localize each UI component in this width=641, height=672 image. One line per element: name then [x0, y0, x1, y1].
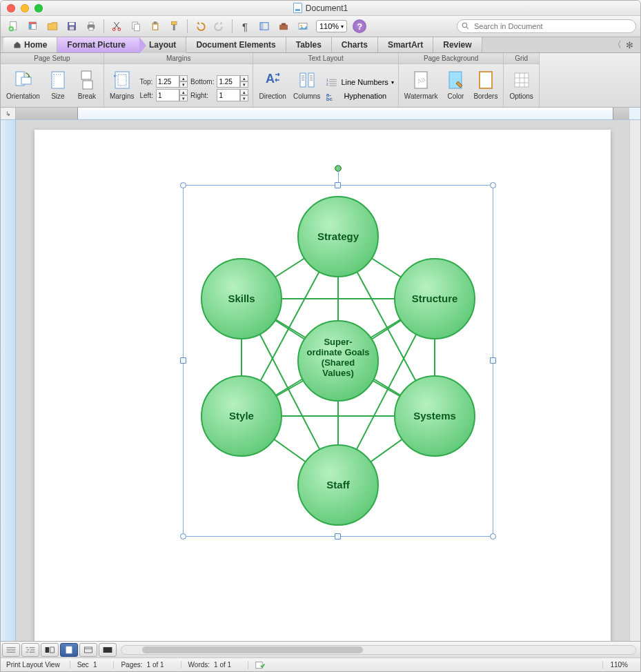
print-button[interactable]: [82, 18, 100, 34]
horizontal-scrollbar[interactable]: [121, 645, 636, 655]
svg-rect-31: [83, 81, 92, 89]
svg-text:Strategy: Strategy: [317, 230, 359, 242]
save-button[interactable]: [63, 18, 81, 34]
titlebar: Document1: [1, 1, 640, 16]
ribbon-tabs: Home Format Picture Layout Document Elem…: [1, 37, 640, 53]
break-button[interactable]: Break: [75, 68, 99, 101]
group-grid: Grid Options: [504, 53, 539, 107]
margin-top-input[interactable]: [156, 75, 179, 88]
publishing-view-button[interactable]: [41, 643, 59, 657]
outline-view-button[interactable]: [21, 643, 39, 657]
zoom-window-button[interactable]: [34, 4, 43, 12]
tab-smartart[interactable]: SmartArt: [378, 37, 433, 52]
status-bar: Print Layout View Sec1 Pages:1 of 1 Word…: [1, 658, 640, 671]
svg-rect-7: [70, 27, 74, 30]
ribbon-options-icon[interactable]: ✻: [626, 40, 633, 50]
svg-text:(Shared: (Shared: [322, 357, 355, 368]
direction-button[interactable]: ADirection: [257, 68, 287, 101]
orientation-button[interactable]: Orientation: [5, 68, 41, 101]
tab-tables[interactable]: Tables: [286, 37, 332, 52]
svg-rect-85: [66, 646, 72, 653]
margin-left-input[interactable]: [156, 89, 179, 101]
group-page-setup: Page Setup Orientation Size Break: [1, 53, 104, 107]
watermark-button[interactable]: AaWatermark: [403, 68, 440, 101]
seven-s-diagram: Strategy Structure Systems Staff Style S…: [183, 185, 493, 537]
svg-rect-18: [172, 21, 177, 25]
svg-rect-44: [480, 72, 492, 88]
grid-options-button[interactable]: Options: [508, 68, 534, 101]
group-page-background: Page Background AaWatermark Color Border…: [399, 53, 504, 107]
zoom-status[interactable]: 110%: [602, 661, 635, 669]
svg-rect-10: [89, 28, 93, 31]
search-input[interactable]: [457, 19, 636, 33]
ruler-corner[interactable]: ↳: [1, 108, 16, 120]
svg-rect-19: [173, 25, 175, 30]
size-button[interactable]: Size: [46, 68, 70, 101]
tab-document-elements[interactable]: Document Elements: [186, 37, 286, 52]
view-toolbar: [1, 641, 640, 658]
media-browser-button[interactable]: [294, 18, 312, 34]
format-painter-button[interactable]: [166, 18, 184, 34]
margin-bottom-input[interactable]: [217, 75, 240, 88]
undo-button[interactable]: [191, 18, 209, 34]
tab-review[interactable]: Review: [433, 37, 482, 52]
hyphenation-button[interactable]: a-bcHyphenation: [326, 90, 386, 101]
toolbox-button[interactable]: [275, 18, 293, 34]
show-formatting-button[interactable]: ¶: [236, 18, 254, 34]
help-button[interactable]: ?: [353, 19, 366, 33]
margin-right-input[interactable]: [217, 89, 240, 101]
new-doc-button[interactable]: [5, 18, 23, 34]
new-from-template-button[interactable]: [24, 18, 42, 34]
collapse-ribbon-button[interactable]: 〈: [613, 39, 622, 51]
svg-rect-17: [153, 25, 157, 30]
vertical-ruler[interactable]: [1, 120, 16, 641]
redo-button[interactable]: [210, 18, 228, 34]
tab-layout[interactable]: Layout: [139, 37, 186, 53]
draft-view-button[interactable]: [2, 643, 20, 657]
vertical-scrollbar[interactable]: [629, 120, 640, 641]
minimize-window-button[interactable]: [21, 4, 29, 12]
spellcheck-button[interactable]: [248, 661, 272, 669]
line-numbers-button[interactable]: 12Line Numbers ▾: [326, 77, 393, 88]
group-margins: Margins Margins Top: ▴▾ Bottom: ▴▾ Left:…: [104, 53, 254, 107]
borders-button[interactable]: Borders: [472, 68, 499, 101]
paste-button[interactable]: [146, 18, 164, 34]
columns-button[interactable]: Columns: [292, 68, 322, 101]
svg-text:bc: bc: [326, 96, 333, 101]
tab-home[interactable]: Home: [3, 37, 57, 52]
cut-button[interactable]: [108, 18, 126, 34]
svg-text:2: 2: [326, 82, 328, 86]
svg-text:1: 1: [326, 78, 328, 82]
svg-text:Structure: Structure: [412, 293, 458, 304]
notebook-view-button[interactable]: [79, 643, 97, 657]
svg-text:Super-: Super-: [324, 337, 352, 347]
svg-rect-6: [69, 23, 75, 26]
svg-rect-30: [81, 71, 91, 79]
svg-point-11: [112, 28, 115, 31]
search-field[interactable]: [457, 19, 636, 33]
sidebar-toggle-button[interactable]: [255, 18, 273, 34]
view-mode-label: Print Layout View: [6, 661, 60, 669]
document-area[interactable]: Strategy Structure Systems Staff Style S…: [16, 120, 629, 641]
tab-charts[interactable]: Charts: [332, 37, 378, 52]
svg-rect-3: [29, 22, 37, 24]
svg-point-26: [462, 23, 467, 28]
zoom-selector[interactable]: 110%▾: [316, 20, 347, 32]
svg-text:Systems: Systems: [413, 410, 456, 422]
tab-format-picture[interactable]: Format Picture: [57, 37, 139, 52]
print-layout-view-button[interactable]: [60, 643, 78, 657]
copy-button[interactable]: [127, 18, 145, 34]
svg-rect-23: [282, 23, 286, 26]
svg-rect-4: [29, 24, 32, 30]
margins-button[interactable]: Margins: [108, 68, 136, 101]
svg-text:A: A: [266, 72, 275, 86]
svg-point-12: [118, 28, 121, 31]
horizontal-ruler[interactable]: ↳: [1, 108, 640, 120]
quick-access-toolbar: ¶ 110%▾ ?: [1, 16, 640, 37]
page-color-button[interactable]: Color: [443, 68, 468, 101]
svg-rect-22: [279, 25, 288, 30]
focus-view-button[interactable]: [99, 643, 117, 657]
open-button[interactable]: [43, 18, 61, 34]
svg-text:Staff: Staff: [326, 479, 350, 491]
close-window-button[interactable]: [7, 4, 15, 12]
